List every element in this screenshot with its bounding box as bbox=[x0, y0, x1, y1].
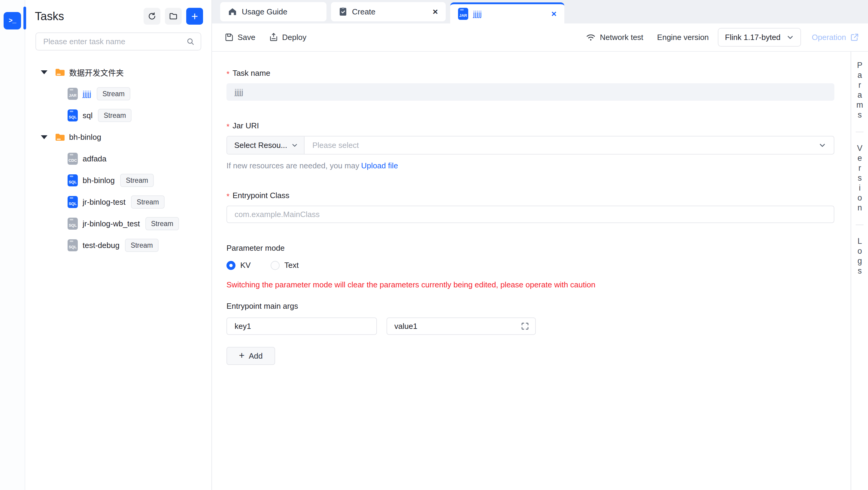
task-name-field: * Task name bbox=[226, 68, 834, 101]
save-button[interactable]: Save bbox=[225, 33, 255, 42]
deploy-icon bbox=[269, 33, 278, 42]
jar-badge-icon: JAR bbox=[458, 8, 468, 20]
tree-item-adfada[interactable]: CDC adfada bbox=[25, 148, 212, 170]
task-name-input[interactable] bbox=[226, 83, 834, 101]
clipboard-check-icon bbox=[339, 7, 347, 16]
radio-kv[interactable]: KV bbox=[226, 261, 251, 270]
folder-icon bbox=[169, 12, 178, 21]
tree-item-bh-binlog[interactable]: SQL bh-binlog Stream bbox=[25, 170, 212, 191]
arg-value-input[interactable] bbox=[387, 318, 521, 334]
divider bbox=[856, 132, 864, 132]
resource-type-select[interactable]: Select Resou... bbox=[227, 137, 305, 154]
refresh-button[interactable] bbox=[144, 8, 160, 25]
tab-jjjjj-active[interactable]: JAR jjjjj × bbox=[450, 2, 564, 24]
tab-create[interactable]: Create × bbox=[331, 2, 446, 21]
external-link-icon bbox=[850, 33, 859, 42]
arg-key-input[interactable] bbox=[226, 317, 377, 335]
arg-pair-row bbox=[226, 317, 834, 335]
add-label: Add bbox=[249, 351, 262, 361]
plus-icon: + bbox=[239, 350, 245, 360]
right-tab-version[interactable]: Version bbox=[855, 144, 864, 213]
tree-item-sql[interactable]: SQL sql Stream bbox=[25, 105, 212, 126]
folder-button[interactable] bbox=[165, 8, 182, 25]
sql-badge-icon: SQL bbox=[68, 239, 78, 251]
required-asterisk: * bbox=[226, 192, 229, 201]
divider bbox=[856, 225, 864, 225]
engine-version-label: Engine version bbox=[657, 33, 709, 42]
resource-type-value: Select Resou... bbox=[234, 141, 287, 150]
required-asterisk: * bbox=[226, 69, 229, 79]
tree-folder-label: bh-binlog bbox=[69, 133, 101, 142]
stream-tag: Stream bbox=[145, 217, 179, 230]
tree-item-jjjjj[interactable]: JAR jjjjj Stream bbox=[25, 83, 212, 105]
parameter-mode-label: Parameter mode bbox=[226, 243, 285, 253]
deploy-button[interactable]: Deploy bbox=[269, 33, 306, 42]
expand-icon[interactable] bbox=[521, 322, 529, 330]
add-arg-button[interactable]: + Add bbox=[226, 347, 275, 365]
tasks-header: Tasks + bbox=[25, 0, 212, 25]
tab-usage-guide[interactable]: Usage Guide bbox=[220, 2, 327, 21]
main-args-label: Entrypoint main args bbox=[226, 301, 834, 311]
field-label: * Jar URI bbox=[226, 121, 834, 131]
chevron-down-icon bbox=[819, 142, 826, 149]
tab-label: Usage Guide bbox=[242, 7, 319, 17]
panel-title: Tasks bbox=[35, 10, 139, 23]
network-test-button[interactable]: Network test bbox=[586, 33, 643, 42]
radio-circle[interactable] bbox=[271, 261, 280, 270]
add-task-button[interactable]: + bbox=[186, 8, 203, 25]
tree-item-label: bh-binlog bbox=[83, 176, 115, 185]
main-area: Usage Guide Create × JAR jjjjj × Save bbox=[212, 0, 868, 490]
entrypoint-class-input[interactable] bbox=[226, 206, 834, 223]
tab-label: jjjjj bbox=[473, 9, 545, 19]
tree-item-label: jr-binlog-wb_test bbox=[83, 219, 140, 228]
right-tab-params[interactable]: Params bbox=[855, 61, 864, 120]
app-window: >_ Tasks + bbox=[0, 0, 868, 490]
folder-icon bbox=[55, 67, 65, 77]
task-tree: 数据开发文件夹 JAR jjjjj Stream SQL sql Stream … bbox=[25, 61, 212, 256]
tree-folder-data-dev[interactable]: 数据开发文件夹 bbox=[25, 61, 212, 83]
home-icon bbox=[228, 7, 237, 16]
entrypoint-class-field: * Entrypoint Class bbox=[226, 191, 834, 223]
field-label: * Task name bbox=[226, 68, 834, 78]
tree-folder-bh-binlog[interactable]: bh-binlog bbox=[25, 126, 212, 148]
task-search[interactable] bbox=[35, 32, 201, 51]
operation-link[interactable]: Operation bbox=[812, 33, 859, 42]
terminal-file-icon[interactable]: >_ bbox=[4, 12, 21, 29]
tree-item-label: adfada bbox=[83, 154, 106, 164]
tree-item-label: jr-binlog-test bbox=[83, 198, 126, 207]
rail-active-indicator bbox=[24, 7, 26, 29]
jar-uri-placeholder: Please select bbox=[312, 141, 359, 150]
close-icon[interactable]: × bbox=[551, 9, 557, 19]
entrypoint-class-label: Entrypoint Class bbox=[232, 191, 289, 200]
tree-item-jr-binlog-test[interactable]: SQL jr-binlog-test Stream bbox=[25, 191, 212, 213]
right-tab-logs[interactable]: Logs bbox=[855, 237, 864, 276]
folder-icon bbox=[55, 132, 65, 142]
chevron-down-icon bbox=[291, 142, 298, 148]
radio-circle[interactable] bbox=[226, 261, 236, 270]
tree-item-test-debug[interactable]: SQL test-debug Stream bbox=[25, 234, 212, 256]
deploy-label: Deploy bbox=[282, 33, 306, 42]
jar-uri-field: * Jar URI Select Resou... Please select bbox=[226, 121, 834, 170]
engine-version-select[interactable]: Flink 1.17-byted bbox=[718, 28, 801, 47]
search-icon[interactable] bbox=[186, 37, 195, 46]
caret-down-icon[interactable] bbox=[41, 135, 48, 139]
radio-text[interactable]: Text bbox=[271, 261, 299, 270]
tree-item-jr-binlog-wb-test[interactable]: SQL jr-binlog-wb_test Stream bbox=[25, 213, 212, 234]
close-icon[interactable]: × bbox=[433, 7, 438, 17]
field-label: * Entrypoint Class bbox=[226, 191, 834, 200]
cdc-badge-icon: CDC bbox=[68, 153, 78, 165]
caret-down-icon[interactable] bbox=[41, 70, 48, 74]
search-input[interactable] bbox=[43, 37, 186, 46]
jar-uri-hint: If new resources are needed, you may Upl… bbox=[226, 161, 834, 170]
tree-item-label: sql bbox=[83, 111, 93, 120]
task-name-label: Task name bbox=[232, 68, 270, 78]
right-panel-strip: Params Version Logs bbox=[850, 52, 868, 490]
jar-uri-control: Select Resou... Please select bbox=[226, 136, 834, 154]
save-label: Save bbox=[238, 33, 255, 42]
tab-label: Create bbox=[352, 7, 427, 17]
upload-file-link[interactable]: Upload file bbox=[361, 161, 398, 170]
stream-tag: Stream bbox=[120, 174, 154, 187]
jar-badge-icon: JAR bbox=[68, 88, 78, 100]
jar-uri-select[interactable]: Please select bbox=[305, 137, 834, 154]
tab-bar: Usage Guide Create × JAR jjjjj × bbox=[212, 0, 868, 24]
